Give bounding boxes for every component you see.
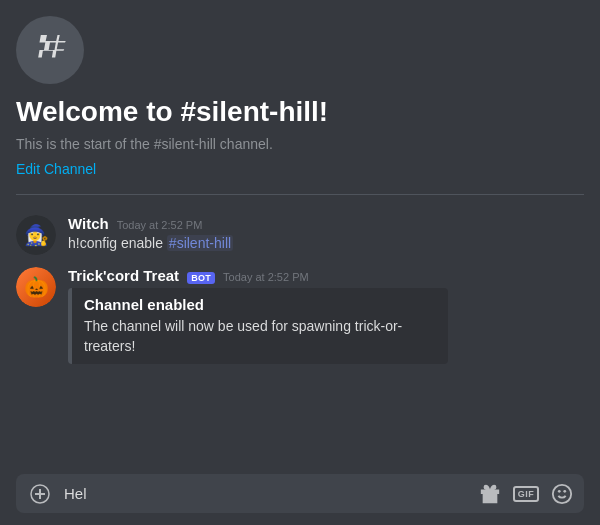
embed-description: The channel will now be used for spawnin… — [84, 317, 436, 356]
bot-avatar-inner: 🎃 — [16, 267, 56, 307]
messages-area: 🧙‍♀️ Witch Today at 2:52 PM h!config ena… — [16, 211, 584, 462]
channel-header: Welcome to #silent-hill! This is the sta… — [16, 16, 584, 195]
hash-icon — [32, 32, 68, 68]
bot-username: Trick'cord Treat — [68, 267, 179, 284]
message-group-bot: 🎃 Trick'cord Treat BOT Today at 2:52 PM … — [16, 263, 584, 368]
bot-message-content: Trick'cord Treat BOT Today at 2:52 PM Ch… — [68, 267, 584, 364]
message-text: h!config enable #silent-hill — [68, 234, 584, 254]
svg-point-3 — [553, 484, 571, 502]
embed-title: Channel enabled — [84, 296, 436, 313]
main-content: Welcome to #silent-hill! This is the sta… — [0, 0, 600, 462]
bot-badge: BOT — [187, 272, 215, 284]
chat-input-wrapper: GIF — [16, 474, 584, 513]
bot-message-header: Trick'cord Treat BOT Today at 2:52 PM — [68, 267, 584, 284]
gif-label: GIF — [513, 486, 540, 502]
avatar: 🧙‍♀️ — [16, 215, 56, 255]
witch-avatar: 🧙‍♀️ — [16, 215, 56, 255]
plus-icon — [30, 484, 50, 504]
edit-channel-link[interactable]: Edit Channel — [16, 161, 96, 177]
message-header: Witch Today at 2:52 PM — [68, 215, 584, 232]
channel-mention[interactable]: #silent-hill — [167, 235, 233, 251]
username: Witch — [68, 215, 109, 232]
input-icons: GIF — [476, 480, 576, 508]
message-text-content: h!config enable — [68, 235, 167, 251]
bot-timestamp: Today at 2:52 PM — [223, 271, 309, 283]
chat-input-area: GIF — [0, 462, 600, 525]
emoji-button[interactable] — [548, 480, 576, 508]
channel-icon — [16, 16, 84, 84]
message-group: 🧙‍♀️ Witch Today at 2:52 PM h!config ena… — [16, 211, 584, 259]
gift-button[interactable] — [476, 480, 504, 508]
channel-description: This is the start of the #silent-hill ch… — [16, 136, 584, 152]
timestamp: Today at 2:52 PM — [117, 219, 203, 231]
chat-input[interactable] — [64, 474, 468, 513]
bot-avatar: 🎃 — [16, 267, 56, 307]
gift-icon — [479, 483, 501, 505]
emoji-icon — [551, 483, 573, 505]
embed: Channel enabled The channel will now be … — [68, 288, 448, 364]
channel-title: Welcome to #silent-hill! — [16, 96, 584, 128]
message-content: Witch Today at 2:52 PM h!config enable #… — [68, 215, 584, 255]
gif-button[interactable]: GIF — [512, 480, 540, 508]
add-button[interactable] — [24, 478, 56, 510]
